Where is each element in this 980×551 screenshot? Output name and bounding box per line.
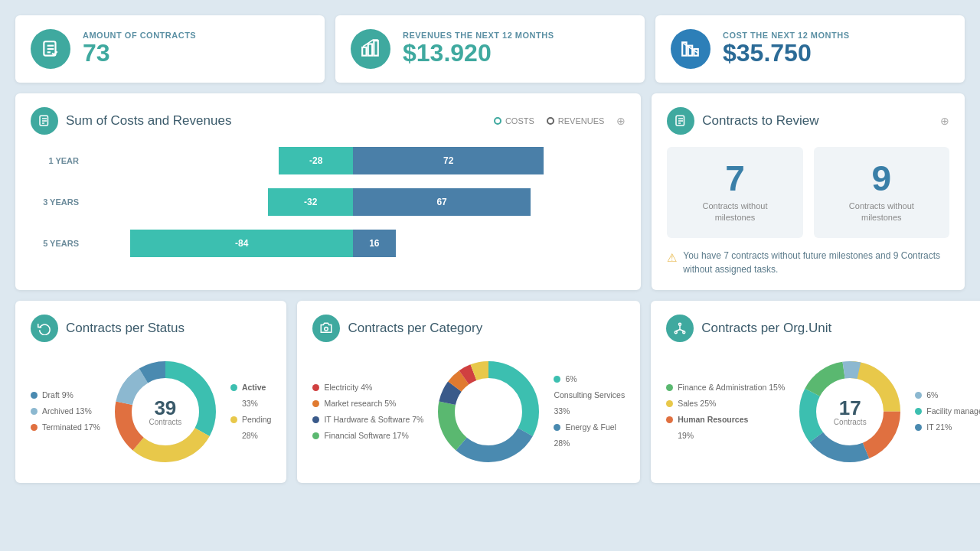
status-header: Contracts per Status (31, 315, 271, 342)
cat-electricity: Electricity 4% (312, 380, 423, 396)
status-card: Contracts per Status Draft 9% Archived 1… (15, 301, 286, 483)
bar-row: 3 YEARS-3267 (38, 188, 618, 216)
financial-label: Financial Software 17% (324, 428, 408, 444)
org-donut-center: 17 Contracts (834, 397, 867, 425)
archived-label: Archived 13% (42, 403, 92, 419)
contracts-icon (31, 29, 70, 69)
review-warning: ⚠ You have 7 contracts without future mi… (667, 249, 949, 276)
archived-dot (31, 408, 38, 415)
cat-financial: Financial Software 17% (312, 428, 423, 444)
active-pct: 33% (230, 396, 272, 412)
review-label-2: Contracts withoutmilestones (822, 201, 942, 224)
bar-row-label: 5 YEARS (38, 239, 88, 248)
bar-container: -2872 (88, 147, 618, 174)
bar-neg: -28 (279, 147, 353, 174)
svg-rect-4 (362, 47, 366, 56)
bar-pos: 16 (353, 230, 395, 257)
draft-label: Draft 9% (42, 387, 74, 403)
svg-point-35 (683, 331, 685, 334)
review-title: Contracts to Review (702, 113, 933, 129)
sum-target-icon[interactable]: ⊕ (616, 115, 626, 127)
review-box-1: 7 Contracts withoutmilestones (667, 147, 802, 238)
kpi-row: AMOUNT OF CONTRACTS 73 REVENUES THE NEXT… (15, 15, 965, 83)
kpi-contracts: AMOUNT OF CONTRACTS 73 (15, 15, 325, 83)
active-dot (230, 384, 237, 391)
status-chart-section: Draft 9% Archived 13% Terminated 17% (31, 354, 271, 469)
review-header: Contracts to Review ⊕ (667, 107, 949, 135)
category-donut (431, 354, 546, 469)
status-total-label: Contracts (149, 417, 181, 425)
bottom-row: Contracts per Status Draft 9% Archived 1… (15, 301, 965, 483)
costs-legend-label: COSTS (505, 116, 534, 126)
electricity-label: Electricity 4% (324, 380, 372, 396)
sales-label: Sales 25% (678, 396, 716, 412)
status-legend-terminated: Terminated 17% (31, 419, 100, 435)
status-total: 39 (149, 397, 181, 417)
org-hr: Human Resources (666, 412, 785, 428)
bar-pos: 67 (353, 188, 531, 216)
org-total-label: Contracts (834, 417, 867, 425)
kpi-revenues-value: $13.920 (403, 40, 554, 67)
bar-row: 1 YEAR-2872 (38, 147, 618, 174)
draft-dot (31, 392, 38, 399)
costs-legend: COSTS (494, 116, 534, 126)
sum-icon (31, 107, 58, 135)
sum-card: Sum of Costs and Revenues COSTS REVENUES… (15, 93, 641, 290)
it-label: IT 21% (926, 419, 952, 435)
bar-row: 5 YEARS-8416 (38, 230, 618, 257)
org-total: 17 (834, 397, 867, 417)
terminated-dot (31, 424, 38, 431)
review-label-1: Contracts withoutmilestones (675, 201, 795, 224)
review-boxes: 7 Contracts withoutmilestones 9 Contract… (667, 147, 949, 238)
status-title: Contracts per Status (66, 321, 271, 336)
other-label: 6% (926, 387, 938, 403)
org-header: Contracts per Org.Unit (666, 315, 980, 342)
category-donut-svg (431, 354, 546, 469)
energy-dot (554, 424, 560, 431)
sum-header: Sum of Costs and Revenues COSTS REVENUES… (31, 107, 626, 135)
status-legend-left: Draft 9% Archived 13% Terminated 17% (31, 387, 100, 435)
pending-label: Pending (242, 412, 272, 428)
kpi-costs: COST THE NEXT 12 MONTHS $35.750 (655, 15, 965, 83)
costs-dot (494, 117, 501, 125)
other-dot (915, 392, 922, 399)
category-title: Contracts per Category (348, 321, 625, 336)
org-icon (666, 315, 694, 342)
status-legend-right: Active 33% Pending 28% (230, 380, 272, 444)
cat-consulting-full: Consulting Services (554, 387, 625, 403)
org-legend-left: Finance & Administration 15% Sales 25% H… (666, 380, 785, 444)
consulting-label: 6% (565, 371, 577, 387)
terminated-label: Terminated 17% (42, 419, 100, 435)
org-sales: Sales 25% (666, 396, 785, 412)
category-legend-left: Electricity 4% Market research 5% IT Har… (312, 380, 423, 444)
facility-label: Facility management 18% (926, 403, 980, 419)
review-box-2: 9 Contracts withoutmilestones (814, 147, 949, 238)
status-donut-center: 39 Contracts (149, 397, 181, 425)
revenues-icon (351, 29, 390, 69)
hr-label: Human Resources (678, 412, 748, 428)
review-target-icon[interactable]: ⊕ (940, 115, 949, 127)
consulting-full-label: Consulting Services (554, 387, 625, 403)
ithw-label: IT Hardware & Software 7% (324, 412, 423, 428)
status-icon (31, 315, 58, 342)
status-legend-draft: Draft 9% (31, 387, 100, 403)
ithw-dot (312, 416, 319, 423)
org-card: Contracts per Org.Unit Finance & Adminis… (651, 301, 980, 483)
category-legend-right: 6% Consulting Services 33% Energy & Fuel… (554, 371, 625, 452)
kpi-contracts-value: 73 (83, 40, 196, 67)
bar-container: -3267 (88, 188, 618, 216)
review-card: Contracts to Review ⊕ 7 Contracts withou… (652, 93, 965, 290)
status-legend-pending: Pending (230, 412, 272, 428)
bar-neg: -32 (268, 188, 353, 216)
org-title: Contracts per Org.Unit (701, 321, 980, 336)
cat-energy: Energy & Fuel (554, 419, 625, 435)
kpi-revenues: REVENUES THE NEXT 12 MONTHS $13.920 (335, 15, 645, 83)
org-donut: 17 Contracts (792, 354, 907, 469)
sum-actions: COSTS REVENUES ⊕ (494, 115, 626, 127)
org-chart-section: Finance & Administration 15% Sales 25% H… (666, 354, 980, 469)
status-legend-active: Active (230, 380, 272, 396)
finance-dot (666, 384, 673, 391)
svg-point-34 (675, 331, 677, 334)
svg-rect-5 (368, 44, 372, 56)
revenues-dot (547, 117, 554, 125)
